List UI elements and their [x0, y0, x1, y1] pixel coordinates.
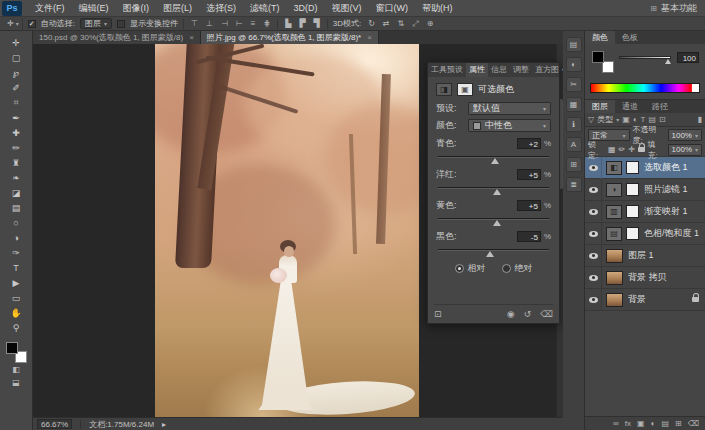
layer-name[interactable]: 色相/饱和度 1: [644, 227, 699, 240]
filter-toggle-icon[interactable]: ▮: [698, 115, 702, 124]
lock-all-icon[interactable]: [638, 147, 645, 152]
yellow-value-input[interactable]: +5: [517, 200, 541, 211]
align-middle-icon[interactable]: ⋕: [262, 19, 273, 28]
layer-row-layer1[interactable]: 图层 1: [585, 245, 705, 267]
absolute-radio-option[interactable]: 绝对: [502, 262, 533, 275]
quick-selection-tool[interactable]: ✐: [4, 80, 28, 95]
lock-position-icon[interactable]: ✛: [628, 145, 635, 154]
chevron-down-icon[interactable]: ▾: [616, 116, 619, 123]
layer-row-hue-saturation[interactable]: ▤ 色相/饱和度 1: [585, 223, 705, 245]
add-layer-mask-icon[interactable]: ▣: [637, 419, 645, 428]
layer-name[interactable]: 背景 拷贝: [628, 271, 667, 284]
color-value-input[interactable]: 100: [677, 52, 699, 63]
zoom-tool[interactable]: ⚲: [4, 320, 28, 335]
align-left-icon[interactable]: ⊣: [219, 19, 230, 28]
photo-document[interactable]: [155, 44, 419, 417]
adjustment-layer-icon[interactable]: ◑: [606, 183, 622, 197]
hand-tool[interactable]: ✋: [4, 305, 28, 320]
layer-thumbnail[interactable]: [606, 293, 623, 307]
layer-name[interactable]: 渐变映射 1: [644, 205, 688, 218]
layer-mask-thumbnail[interactable]: [626, 205, 639, 218]
visibility-toggle[interactable]: [585, 157, 602, 179]
color-dropdown[interactable]: 中性色 ▾: [468, 119, 551, 132]
tab-properties[interactable]: 属性: [466, 63, 488, 77]
eyedropper-tool[interactable]: ✒: [4, 110, 28, 125]
adjustment-layer-icon[interactable]: ▤: [606, 227, 622, 241]
layer-mask-thumbnail[interactable]: [626, 161, 639, 174]
3d-slide-icon[interactable]: ⤢: [410, 19, 420, 29]
adjustment-layer-icon[interactable]: ◧: [606, 161, 622, 175]
crop-tool[interactable]: ⌗: [4, 95, 28, 110]
pen-tool[interactable]: ✑: [4, 245, 28, 260]
menu-3d[interactable]: 3D(D): [287, 0, 325, 17]
menu-layer[interactable]: 图层(L): [156, 0, 199, 17]
new-adjustment-layer-icon[interactable]: ◐: [651, 419, 656, 428]
gradient-tool[interactable]: ▤: [4, 200, 28, 215]
layer-name[interactable]: 选取颜色 1: [644, 161, 688, 174]
tab-tool-presets[interactable]: 工具预设: [428, 63, 466, 77]
document-tab[interactable]: 150.psd @ 30%(选取颜色 1, 图层蒙版/8) ×: [33, 31, 201, 44]
show-transform-checkbox[interactable]: [117, 20, 125, 28]
tab-info[interactable]: 信息: [488, 63, 510, 77]
visibility-icon[interactable]: ◉: [507, 309, 515, 319]
zoom-level-input[interactable]: 66.67%: [37, 419, 72, 429]
layer-name[interactable]: 图层 1: [628, 249, 654, 262]
menu-help[interactable]: 帮助(H): [415, 0, 460, 17]
navigator-panel-icon[interactable]: ⊞: [566, 157, 582, 172]
visibility-toggle[interactable]: [585, 289, 602, 311]
eraser-tool[interactable]: ◪: [4, 185, 28, 200]
history-panel-icon[interactable]: ▤: [566, 37, 582, 52]
auto-select-dropdown[interactable]: 图层 ▾: [80, 18, 112, 29]
quick-mask-button[interactable]: ◧: [4, 363, 28, 376]
distribute-icon[interactable]: ▜: [312, 19, 322, 28]
paragraph-panel-icon[interactable]: ≣: [566, 177, 582, 192]
radio-icon[interactable]: [502, 264, 511, 273]
layer-mask-thumbnail[interactable]: [626, 227, 639, 240]
close-icon[interactable]: ×: [189, 33, 194, 42]
current-tool-chip[interactable]: ✛ ▾: [4, 18, 23, 30]
adjustments-panel-icon[interactable]: ◐: [566, 57, 582, 72]
slider-thumb[interactable]: [493, 220, 501, 226]
tab-color[interactable]: 颜色: [585, 31, 615, 44]
distribute-icon[interactable]: ▛: [297, 19, 307, 28]
slider-thumb[interactable]: [486, 251, 494, 257]
tab-swatches[interactable]: 色板: [615, 31, 645, 44]
new-layer-icon[interactable]: ⊞: [675, 419, 682, 428]
align-bottom-icon[interactable]: ⊥: [204, 19, 215, 28]
adjustment-layer-icon[interactable]: ▥: [606, 205, 622, 219]
character-panel-icon[interactable]: A: [566, 137, 582, 152]
black-value-input[interactable]: -5: [517, 231, 541, 242]
rectangular-marquee-tool[interactable]: ▢: [4, 50, 28, 65]
menu-image[interactable]: 图像(I): [116, 0, 157, 17]
history-brush-tool[interactable]: ❧: [4, 170, 28, 185]
tab-channels[interactable]: 通道: [615, 100, 645, 113]
blur-tool[interactable]: ○: [4, 215, 28, 230]
layer-row-photo-filter[interactable]: ◑ 照片滤镜 1: [585, 179, 705, 201]
screen-mode-button[interactable]: ⬓: [4, 376, 28, 389]
delete-layer-icon[interactable]: ⌫: [688, 419, 699, 428]
lock-transparency-icon[interactable]: ▦: [608, 145, 616, 154]
layer-name[interactable]: 背景: [628, 293, 646, 306]
radio-icon[interactable]: [455, 264, 464, 273]
rectangle-tool[interactable]: ▭: [4, 290, 28, 305]
distribute-icon[interactable]: ▙: [283, 19, 293, 28]
tab-paths[interactable]: 路径: [645, 100, 675, 113]
path-selection-tool[interactable]: ▶: [4, 275, 28, 290]
align-center-icon[interactable]: ≡: [249, 19, 258, 28]
clone-stamp-tool[interactable]: ♜: [4, 155, 28, 170]
reset-icon[interactable]: ↺: [524, 309, 532, 319]
tab-layers[interactable]: 图层: [585, 100, 615, 113]
tab-adjustments[interactable]: 调整: [510, 63, 532, 77]
filter-pixel-layers-icon[interactable]: ▣: [622, 115, 630, 124]
foreground-color-swatch[interactable]: [6, 342, 18, 354]
menu-file[interactable]: 文件(F): [28, 0, 72, 17]
menu-window[interactable]: 窗口(W): [369, 0, 416, 17]
lasso-tool[interactable]: ℘: [4, 65, 28, 80]
magenta-value-input[interactable]: +5: [517, 169, 541, 180]
filter-type-layers-icon[interactable]: T: [641, 115, 646, 124]
dodge-tool[interactable]: ◑: [4, 230, 28, 245]
align-top-icon[interactable]: ⊤: [189, 19, 200, 28]
spot-healing-brush-tool[interactable]: ✚: [4, 125, 28, 140]
horizontal-type-tool[interactable]: T: [4, 260, 28, 275]
slider-thumb[interactable]: [493, 189, 501, 195]
